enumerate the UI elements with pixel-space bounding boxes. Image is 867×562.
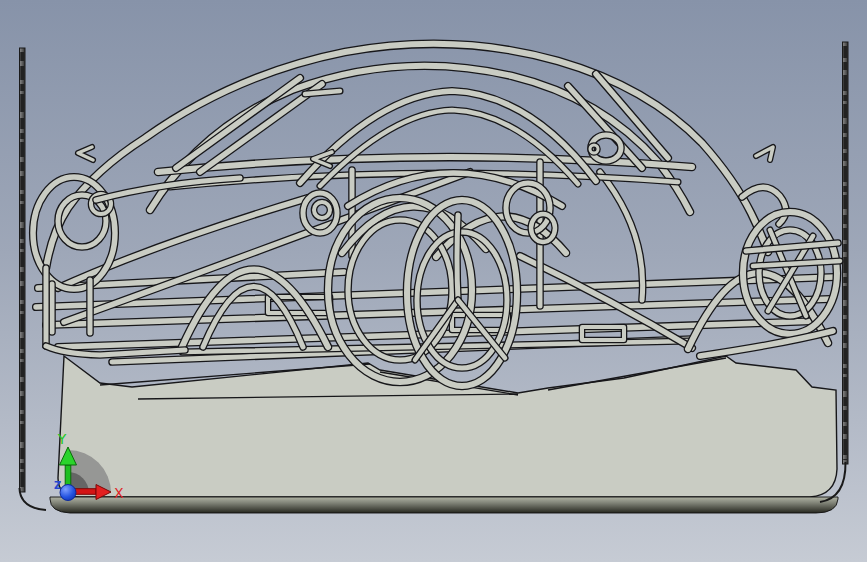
cad-viewport[interactable]: Y X Z bbox=[0, 0, 867, 562]
origin-sphere bbox=[60, 485, 76, 501]
y-axis-label: Y bbox=[57, 431, 67, 447]
model-render: Y X Z bbox=[0, 0, 867, 562]
left-frame-edge bbox=[20, 48, 47, 510]
car-line-art bbox=[33, 44, 840, 386]
base-plate-bottom-edge bbox=[50, 497, 838, 513]
x-axis-label: X bbox=[114, 485, 124, 501]
base-plate-face bbox=[58, 356, 837, 497]
